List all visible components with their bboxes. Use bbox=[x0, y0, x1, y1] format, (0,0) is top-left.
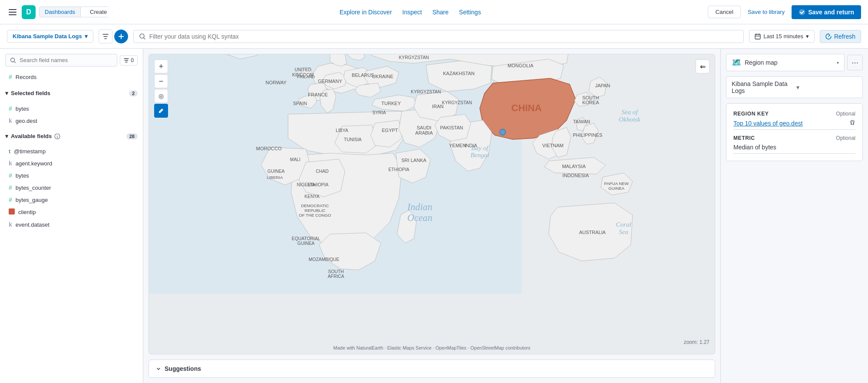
available-field-bytes[interactable]: # bytes bbox=[5, 169, 138, 182]
suggestions-chevron-icon bbox=[156, 366, 161, 371]
svg-text:Sea of: Sea of bbox=[621, 108, 638, 116]
save-to-library-button[interactable]: Save to library bbox=[744, 6, 788, 18]
filter-count-icon bbox=[124, 58, 129, 63]
svg-rect-5 bbox=[755, 34, 760, 39]
region-key-delete-button[interactable] bbox=[849, 119, 855, 127]
available-field-agent-keyword[interactable]: k agent.keyword bbox=[5, 157, 138, 169]
center-area: Indian Ocean Sea of Okhotsk Bay of Benga… bbox=[143, 49, 720, 383]
available-fields-header[interactable]: ▾ Available fields i 28 bbox=[5, 130, 138, 142]
clientip-field-name: clientip bbox=[18, 209, 36, 215]
clientip-type-icon bbox=[9, 208, 15, 216]
map-container[interactable]: Indian Ocean Sea of Okhotsk Bay of Benga… bbox=[149, 54, 715, 354]
svg-text:TAIWAN: TAIWAN bbox=[573, 119, 590, 124]
svg-text:MALAYSIA: MALAYSIA bbox=[562, 164, 586, 169]
region-key-optional: Optional bbox=[836, 111, 855, 117]
inspect-link[interactable]: Inspect bbox=[403, 9, 422, 16]
available-field-bytes-gauge[interactable]: # bytes_gauge bbox=[5, 194, 138, 206]
add-filter-button[interactable] bbox=[114, 30, 128, 43]
avail-bytes-type-icon: # bbox=[9, 172, 12, 179]
svg-text:Indian: Indian bbox=[407, 201, 432, 212]
svg-text:NORWAY: NORWAY bbox=[266, 80, 287, 85]
time-picker[interactable]: Last 15 minutes ▾ bbox=[749, 30, 815, 43]
refresh-button[interactable]: Refresh bbox=[820, 30, 861, 43]
available-fields-badge: 28 bbox=[126, 133, 138, 139]
zoom-in-button[interactable]: + bbox=[154, 59, 168, 73]
svg-text:Bengal: Bengal bbox=[470, 151, 489, 158]
save-and-return-button[interactable]: Save and return bbox=[792, 5, 861, 19]
suggestions-bar[interactable]: Suggestions bbox=[149, 360, 715, 378]
selected-fields-label: Selected fields bbox=[11, 90, 50, 96]
geolocate-button[interactable]: ◎ bbox=[154, 89, 168, 103]
svg-text:KYRGYZSTAN: KYRGYZSTAN bbox=[442, 100, 472, 105]
calendar-icon bbox=[755, 33, 761, 40]
svg-text:KYRGYZSTAN: KYRGYZSTAN bbox=[411, 89, 441, 94]
filter-options-button[interactable] bbox=[99, 30, 112, 43]
available-field-event-dataset[interactable]: k event.dataset bbox=[5, 218, 138, 231]
zoom-out-button[interactable]: − bbox=[154, 74, 168, 88]
available-field-timestamp[interactable]: t @timestamp bbox=[5, 145, 138, 157]
svg-text:GERMANY: GERMANY bbox=[318, 79, 342, 84]
data-source-select[interactable]: Kibana Sample Data Logs ▾ bbox=[726, 76, 863, 98]
filter-bar: Kibana Sample Data Logs ▾ Last 15 minute… bbox=[0, 24, 868, 49]
svg-text:ETHIOPIA: ETHIOPIA bbox=[307, 182, 328, 187]
records-row[interactable]: # Records bbox=[5, 70, 138, 84]
metric-config: Metric Optional Median of bytes bbox=[733, 135, 855, 154]
viz-options-button[interactable]: ⋯ bbox=[847, 55, 863, 70]
svg-text:UKRAINE: UKRAINE bbox=[372, 74, 393, 79]
svg-text:LIBYA: LIBYA bbox=[336, 128, 348, 133]
cancel-button[interactable]: Cancel bbox=[708, 6, 741, 18]
field-filter-count[interactable]: 0 bbox=[120, 55, 138, 66]
checkmark-icon bbox=[799, 9, 805, 16]
records-type-icon: # bbox=[9, 73, 12, 80]
map-zoom-level: zoom: 1.27 bbox=[684, 339, 710, 345]
avail-bytes-field-name: bytes bbox=[16, 172, 29, 179]
svg-text:TURKEY: TURKEY bbox=[381, 101, 401, 106]
geo-dest-field-name: geo.dest bbox=[16, 118, 37, 124]
svg-text:EGYPT: EGYPT bbox=[382, 128, 398, 133]
svg-point-6 bbox=[11, 58, 15, 62]
available-fields-info-icon: i bbox=[54, 133, 60, 139]
map-attribution: Made with NaturalEarth · Elastic Maps Se… bbox=[333, 345, 531, 350]
svg-text:JAPAN: JAPAN bbox=[595, 83, 610, 88]
selected-field-bytes[interactable]: # bytes bbox=[5, 102, 138, 115]
svg-text:Okhotsk: Okhotsk bbox=[619, 116, 640, 123]
share-link[interactable]: Share bbox=[432, 9, 449, 16]
available-fields-list: t @timestamp k agent.keyword # bytes # b… bbox=[5, 145, 138, 231]
selected-field-geo-dest[interactable]: k geo.dest bbox=[5, 115, 138, 127]
data-source-chevron-icon: ▾ bbox=[85, 33, 88, 40]
settings-link[interactable]: Settings bbox=[459, 9, 481, 16]
svg-text:KAZAKHSTAN: KAZAKHSTAN bbox=[443, 71, 475, 76]
svg-rect-2 bbox=[9, 14, 17, 15]
svg-text:MALI: MALI bbox=[290, 157, 300, 162]
explore-discover-link[interactable]: Explore in Discover bbox=[340, 9, 392, 16]
map-toggle-button[interactable]: ⇐ bbox=[696, 59, 710, 73]
kql-input[interactable] bbox=[149, 33, 739, 40]
region-key-value[interactable]: Top 10 values of geo.dest bbox=[733, 120, 846, 127]
time-chevron-icon: ▾ bbox=[806, 33, 809, 40]
event-dataset-field-name: event.dataset bbox=[16, 221, 50, 228]
svg-text:MONGOLIA: MONGOLIA bbox=[508, 63, 534, 68]
hamburger-button[interactable] bbox=[7, 7, 18, 17]
svg-text:SAUDIARABIA: SAUDIARABIA bbox=[415, 125, 433, 135]
field-search-input[interactable] bbox=[20, 57, 112, 63]
kql-search-bar[interactable] bbox=[133, 30, 744, 43]
field-search-bar[interactable] bbox=[5, 54, 117, 66]
svg-text:INDONESIA: INDONESIA bbox=[562, 173, 589, 178]
available-field-bytes-counter[interactable]: # bytes_counter bbox=[5, 182, 138, 194]
svg-point-10 bbox=[499, 129, 505, 135]
world-map-svg: Indian Ocean Sea of Okhotsk Bay of Benga… bbox=[149, 54, 715, 354]
svg-text:TUNISIA: TUNISIA bbox=[344, 137, 362, 142]
breadcrumb-create: Create bbox=[81, 7, 112, 17]
bytes-field-name: bytes bbox=[16, 106, 29, 112]
viz-type-selector[interactable]: 🗺️ Region map ▾ bbox=[726, 54, 845, 71]
logo-circle: D bbox=[22, 5, 36, 19]
geo-dest-type-icon: k bbox=[9, 117, 12, 124]
agent-keyword-field-name: agent.keyword bbox=[16, 160, 53, 167]
available-field-clientip[interactable]: clientip bbox=[5, 206, 138, 218]
plus-icon bbox=[119, 34, 124, 39]
breadcrumb-dashboards[interactable]: Dashboards bbox=[39, 7, 81, 17]
data-source-button[interactable]: Kibana Sample Data Logs ▾ bbox=[7, 30, 93, 43]
config-section: Region key Optional Top 10 values of geo… bbox=[726, 103, 863, 161]
edit-map-button[interactable] bbox=[154, 104, 168, 118]
selected-fields-header[interactable]: ▾ Selected fields 2 bbox=[5, 87, 138, 99]
